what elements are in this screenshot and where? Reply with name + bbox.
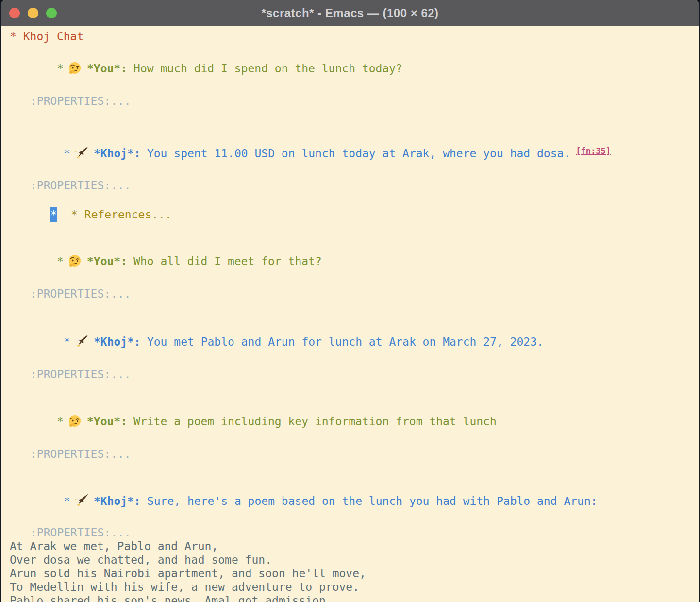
chat-turn-khoj: **Khoj*:You spent 11.00 USD on lunch tod…	[10, 126, 694, 178]
org-properties-drawer[interactable]: :PROPERTIES:...	[10, 446, 694, 462]
thinking-face-emoji	[68, 61, 82, 75]
thinking-face-emoji	[68, 254, 82, 268]
eagle-emoji	[75, 494, 88, 507]
org-properties-drawer[interactable]: :PROPERTIES:...	[10, 526, 694, 539]
poem-line: At Arak we met, Pablo and Arun,	[10, 539, 694, 553]
org-bullet: *	[64, 495, 70, 507]
speaker-label: *Khoj*:	[94, 495, 141, 507]
message-text: Sure, here's a poem based on the lunch y…	[147, 495, 598, 507]
references-heading[interactable]: * References...	[71, 208, 172, 221]
chat-turn-you: **You*:How much did I spend on the lunch…	[10, 44, 694, 93]
message-text: How much did I spend on the lunch today?	[133, 62, 402, 75]
org-doc-heading: * Khoj Chat	[10, 29, 694, 44]
org-bullet: *	[57, 62, 64, 75]
chat-turn-you: **You*:Who all did I meet for that?	[10, 236, 694, 286]
chat-turn-khoj: **Khoj*:You met Pablo and Arun for lunch…	[10, 317, 694, 367]
eagle-emoji	[75, 334, 88, 348]
poem-line: Pablo shared his son's news, Amal got ad…	[10, 594, 694, 602]
message-text: Write a poem including key information f…	[133, 415, 497, 428]
poem-line: Over dosa we chatted, and had some fun.	[10, 553, 694, 567]
org-bullet: *	[64, 335, 70, 348]
message-text: Who all did I meet for that?	[133, 255, 322, 268]
poem-line: Arun sold his Nairobi apartment, and soo…	[10, 567, 694, 580]
org-bullet: *	[64, 147, 70, 160]
eagle-emoji	[75, 146, 88, 160]
emacs-window: *scratch* - Emacs — (100 × 62) * Khoj Ch…	[0, 0, 700, 602]
org-bullet: *	[57, 255, 64, 268]
chat-turn-you: **You*:Write a poem including key inform…	[10, 397, 694, 446]
chat-turn-khoj: **Khoj*:Sure, here's a poem based on the…	[10, 476, 694, 526]
poem-line: To Medellin with his wife, a new adventu…	[10, 580, 694, 594]
org-properties-drawer[interactable]: :PROPERTIES:...	[10, 367, 694, 382]
window-titlebar[interactable]: *scratch* - Emacs — (100 × 62)	[1, 0, 699, 26]
window-title: *scratch* - Emacs — (100 × 62)	[1, 6, 699, 20]
org-properties-drawer[interactable]: :PROPERTIES:...	[10, 178, 694, 193]
speaker-label: *You*:	[87, 415, 127, 428]
speaker-label: *Khoj*:	[94, 147, 141, 160]
footnote-link[interactable]: [fn:35]	[576, 146, 611, 156]
references-heading-row[interactable]: ** References...	[10, 193, 694, 236]
org-properties-drawer[interactable]: :PROPERTIES:...	[10, 93, 694, 109]
message-text: You met Pablo and Arun for lunch at Arak…	[147, 335, 544, 348]
thinking-face-emoji	[68, 414, 82, 428]
org-bullet: *	[57, 415, 64, 428]
text-cursor: *	[50, 207, 57, 222]
speaker-label: *You*:	[87, 62, 127, 75]
message-text: You spent 11.00 USD on lunch today at Ar…	[147, 147, 570, 160]
org-properties-drawer[interactable]: :PROPERTIES:...	[10, 286, 694, 301]
speaker-label: *Khoj*:	[94, 335, 141, 348]
speaker-label: *You*:	[87, 255, 127, 268]
emacs-buffer[interactable]: * Khoj Chat **You*:How much did I spend …	[1, 26, 699, 602]
